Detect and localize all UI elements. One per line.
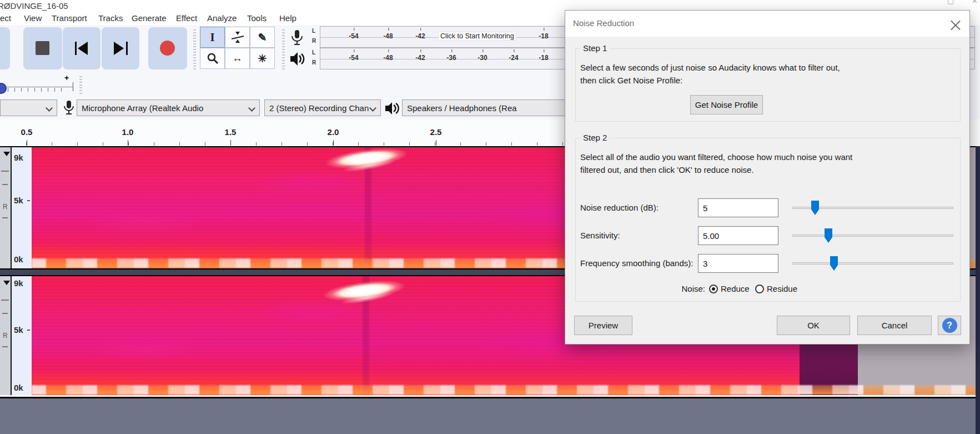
help-button[interactable]: ?	[938, 316, 961, 335]
skip-to-end-button[interactable]	[102, 27, 139, 69]
selection-tool-button[interactable]: I	[200, 27, 225, 48]
sensitivity-input[interactable]	[698, 226, 778, 245]
workspace-background	[0, 397, 980, 434]
meter-tick: -48	[383, 54, 393, 62]
frequency-smoothing-input[interactable]	[698, 254, 778, 273]
vertical-scrollbar[interactable]	[976, 146, 980, 434]
meter-tick: -42	[415, 54, 425, 62]
envelope-tool-button[interactable]	[225, 27, 250, 48]
playback-meter-r-label: R	[312, 60, 316, 66]
chevron-down-icon	[46, 104, 53, 112]
meter-tick: -30	[478, 54, 487, 62]
cancel-button[interactable]: Cancel	[857, 316, 932, 335]
ok-button[interactable]: OK	[777, 316, 850, 335]
freq-label-5k: 5k	[14, 196, 23, 205]
track-collapse-icon[interactable]	[3, 281, 10, 285]
stop-button[interactable]	[23, 27, 62, 69]
volume-slider-ticks	[1, 88, 67, 92]
menu-effect[interactable]: Effect	[176, 13, 197, 23]
draw-tool-button[interactable]: ✎	[250, 27, 275, 48]
track-control-fragment: R	[3, 203, 8, 211]
radio-reduce[interactable]	[709, 285, 718, 293]
skip-to-start-button[interactable]	[63, 27, 100, 69]
timeline-tick-label: 2.0	[328, 127, 339, 137]
meter-tick: -36	[446, 54, 456, 62]
recording-device-dropdown[interactable]: Microphone Array (Realtek Audio	[77, 99, 260, 116]
multi-tool-button[interactable]: ✳	[250, 48, 275, 69]
menu-help[interactable]: Help	[279, 13, 296, 23]
dialog-close-icon[interactable]	[951, 19, 961, 29]
noise-reduction-slider-thumb[interactable]	[811, 201, 819, 215]
noise-reduction-dialog: Noise Reduction Step 1 Select a few seco…	[565, 10, 970, 345]
play-button[interactable]	[0, 27, 10, 69]
record-meter-l-label: L	[312, 28, 315, 34]
zoom-tool-button[interactable]	[200, 48, 225, 69]
selection-tool-icon: I	[210, 31, 214, 44]
noise-reduction-input[interactable]	[698, 198, 778, 217]
close-icon[interactable]: ✕	[972, 0, 978, 5]
get-noise-profile-button[interactable]: Get Noise Profile	[690, 95, 763, 114]
monitoring-label: Click to Start Monitoring	[438, 32, 516, 41]
preview-button[interactable]: Preview	[574, 316, 632, 335]
step2-label: Step 2	[580, 133, 610, 142]
track-collapse-icon[interactable]	[3, 152, 10, 156]
noise-reduction-label: Noise reduction (dB):	[580, 203, 659, 212]
multi-tool-icon: ✳	[258, 52, 267, 65]
menu-generate[interactable]: Generate	[132, 13, 167, 23]
toolbar-grip[interactable]	[282, 28, 285, 69]
chevron-down-icon	[369, 104, 376, 112]
speaker-icon	[384, 101, 401, 116]
frequency-smoothing-slider[interactable]	[792, 262, 953, 265]
record-icon	[160, 41, 175, 56]
toolbar-grip[interactable]	[193, 28, 196, 69]
step1-instruction-line2: then click Get Noise Profile:	[580, 76, 682, 85]
radio-residue-label[interactable]: Residue	[767, 284, 797, 293]
record-button[interactable]	[148, 27, 187, 69]
volume-slider-thumb[interactable]	[0, 83, 7, 94]
playback-device-dropdown[interactable]: Speakers / Headphones (Rea	[402, 99, 579, 116]
radio-reduce-label[interactable]: Reduce	[721, 284, 750, 293]
recording-channels-dropdown[interactable]: 2 (Stereo) Recording Chan	[264, 99, 381, 116]
menu-analyze[interactable]: Analyze	[207, 13, 237, 23]
playback-meter-speaker-button[interactable]	[289, 51, 310, 69]
radio-residue[interactable]	[755, 285, 764, 293]
frequency-smoothing-label: Frequency smoothing (bands):	[580, 258, 693, 268]
menu-select-partial[interactable]: ect	[0, 13, 11, 23]
freq-label-0k: 0k	[14, 255, 23, 264]
timeline-tick-label: 0.5	[21, 127, 33, 137]
chevron-down-icon	[248, 104, 255, 112]
dialog-titlebar[interactable]: Noise Reduction	[565, 11, 969, 37]
menu-transport[interactable]: Transport	[52, 13, 87, 23]
draw-tool-icon: ✎	[258, 31, 267, 44]
maximize-icon[interactable]: ▢	[947, 0, 954, 5]
sensitivity-slider[interactable]	[792, 235, 953, 237]
audacity-window: RØDVINGE_16-05 ▢ ✕ ect View Transport Tr…	[0, 0, 980, 434]
menu-tracks[interactable]: Tracks	[98, 13, 123, 23]
track-1-control-panel[interactable]: R	[0, 147, 12, 268]
step1-label: Step 1	[580, 43, 610, 53]
menu-view[interactable]: View	[24, 13, 42, 23]
step1-group: Step 1 Select a few seconds of just nois…	[575, 48, 961, 122]
record-meter-mic-button[interactable]	[289, 29, 310, 48]
frequency-smoothing-slider-thumb[interactable]	[830, 256, 838, 271]
noise-label: Noise:	[675, 284, 705, 293]
track-2-control-panel[interactable]: R	[0, 276, 12, 395]
audio-host-dropdown[interactable]	[0, 99, 57, 116]
timeshift-tool-button[interactable]: ↔	[225, 48, 250, 69]
recording-channels-value: 2 (Stereo) Recording Chan	[269, 103, 369, 113]
playback-meter-l-label: L	[312, 50, 315, 56]
meter-tick: -18	[539, 54, 548, 62]
menu-tools[interactable]: Tools	[247, 13, 267, 23]
dialog-title: Noise Reduction	[573, 18, 634, 28]
record-meter-r-label: R	[312, 38, 316, 44]
freq-label-9k: 9k	[14, 278, 23, 288]
track-control-fragment: R	[3, 332, 8, 340]
meter-tick: -42	[415, 32, 425, 40]
recording-device-value: Microphone Array (Realtek Audio	[82, 103, 203, 113]
volume-plus-label: +	[64, 73, 69, 82]
help-icon: ?	[942, 318, 957, 333]
timeline-tick-label: 1.5	[225, 127, 237, 137]
toolbar-grip[interactable]	[79, 76, 82, 94]
microphone-icon	[289, 29, 305, 47]
sensitivity-slider-thumb[interactable]	[825, 228, 832, 243]
